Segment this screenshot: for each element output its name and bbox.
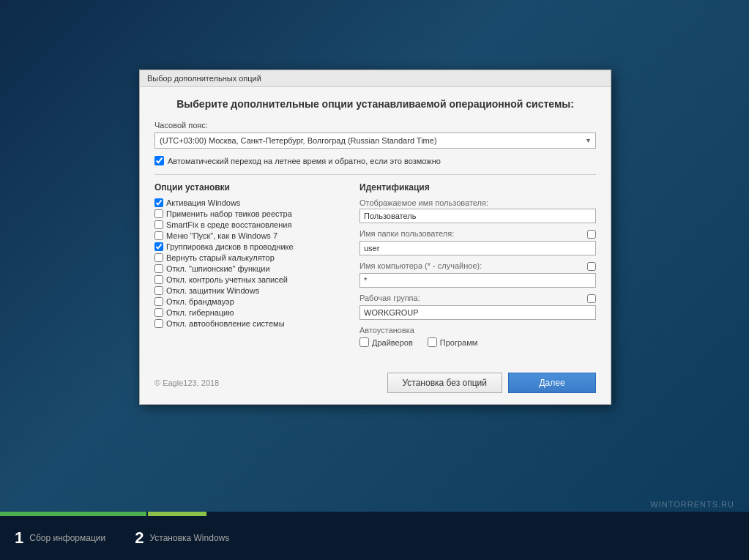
step-2-label: Установка Windows — [149, 533, 229, 543]
programs-checkbox[interactable] — [428, 337, 437, 347]
dialog-title-text: Выбор дополнительных опций — [147, 74, 261, 83]
computer-name-field: Имя компьютера (* - случайное): — [359, 261, 596, 288]
checkbox-calc[interactable] — [154, 253, 163, 262]
computer-name-label: Имя компьютера (* - случайное): — [359, 261, 584, 270]
computer-name-input[interactable] — [359, 273, 596, 288]
checkbox-startmenu[interactable] — [154, 231, 163, 240]
options-dialog: Выбор дополнительных опций Выберите допо… — [139, 70, 611, 405]
folder-name-checkbox[interactable] — [587, 230, 596, 239]
option-defender: Откл. защитник Windows — [154, 286, 345, 295]
checkbox-uac[interactable] — [154, 275, 163, 284]
timezone-select-wrapper[interactable]: (UTC+03:00) Москва, Санкт-Петербург, Вол… — [154, 132, 596, 149]
option-hibernate: Откл. гибернацию — [154, 308, 345, 317]
option-autoupdate-label: Откл. автообновление системы — [166, 319, 285, 328]
autoinstall-label: Автоустановка — [359, 326, 596, 335]
auto-dst-checkbox[interactable] — [154, 156, 164, 165]
option-uac-label: Откл. контроль учетных записей — [166, 275, 288, 284]
dialog-titlebar: Выбор дополнительных опций — [140, 70, 611, 87]
option-smartfix: SmartFix в среде восстановления — [154, 220, 345, 229]
option-activation-label: Активация Windows — [166, 198, 240, 207]
timezone-label: Часовой пояс: — [154, 121, 596, 130]
drivers-label: Драйверов — [372, 338, 413, 347]
option-activation: Активация Windows — [154, 198, 345, 207]
display-name-label: Отображаемое имя пользователя: — [359, 198, 596, 207]
timezone-select[interactable]: (UTC+03:00) Москва, Санкт-Петербург, Вол… — [154, 132, 596, 149]
auto-dst-label: Автоматический переход на летнее время и… — [168, 157, 441, 165]
checkbox-smartfix[interactable] — [154, 220, 163, 229]
option-spy-label: Откл. "шпионские" функции — [166, 264, 270, 273]
checkbox-tweaks[interactable] — [154, 209, 163, 218]
computer-name-checkbox[interactable] — [587, 262, 596, 271]
option-disks-label: Группировка дисков в проводнике — [166, 242, 294, 251]
footer-buttons: Установка без опций Далее — [387, 373, 597, 393]
checkbox-hibernate[interactable] — [154, 308, 163, 317]
dialog-footer: © Eagle123, 2018 Установка без опций Дал… — [140, 365, 611, 404]
divider — [154, 174, 596, 175]
option-disks: Группировка дисков в проводнике — [154, 242, 345, 251]
step-1: 1 Сбор информации — [15, 529, 105, 548]
left-column-header: Опции установки — [154, 182, 345, 193]
folder-name-input[interactable] — [359, 241, 596, 255]
option-firewall: Откл. брандмауэр — [154, 297, 345, 306]
left-column: Опции установки Активация Windows Примен… — [154, 182, 345, 347]
step-2: 2 Установка Windows — [135, 529, 229, 548]
checkbox-firewall[interactable] — [154, 297, 163, 306]
option-uac: Откл. контроль учетных записей — [154, 275, 345, 284]
drivers-item: Драйверов — [359, 337, 413, 347]
option-firewall-label: Откл. брандмауэр — [166, 297, 234, 306]
option-hibernate-label: Откл. гибернацию — [166, 308, 234, 317]
option-tweaks: Применить набор твиков реестра — [154, 209, 345, 218]
option-startmenu: Меню "Пуск", как в Windows 7 — [154, 231, 345, 240]
workgroup-field: Рабочая группа: — [359, 294, 596, 320]
option-calc: Вернуть старый калькулятор — [154, 253, 345, 262]
autoinstall-section: Автоустановка Драйверов Программ — [359, 326, 596, 347]
workgroup-checkbox[interactable] — [587, 294, 596, 303]
folder-name-field: Имя папки пользователя: — [359, 229, 596, 255]
checkbox-autoupdate[interactable] — [154, 319, 163, 328]
checkbox-disks[interactable] — [154, 242, 163, 251]
option-smartfix-label: SmartFix в среде восстановления — [166, 220, 291, 229]
timezone-section: Часовой пояс: (UTC+03:00) Москва, Санкт-… — [154, 121, 596, 149]
workgroup-input[interactable] — [359, 305, 596, 320]
checkbox-spy[interactable] — [154, 264, 163, 273]
option-calc-label: Вернуть старый калькулятор — [166, 253, 275, 262]
auto-dst-row: Автоматический переход на летнее время и… — [154, 156, 596, 165]
right-column-header: Идентификация — [359, 182, 596, 193]
right-column: Идентификация Отображаемое имя пользоват… — [359, 182, 596, 347]
display-name-field: Отображаемое имя пользователя: — [359, 198, 596, 223]
bottom-bar: 1 Сбор информации 2 Установка Windows — [0, 516, 749, 560]
checkbox-defender[interactable] — [154, 286, 163, 295]
programs-label: Программ — [440, 338, 478, 347]
next-button[interactable]: Далее — [508, 373, 596, 393]
option-defender-label: Откл. защитник Windows — [166, 286, 259, 295]
footer-credit: © Eagle123, 2018 — [154, 378, 219, 387]
step-1-number: 1 — [15, 529, 23, 548]
autoinstall-row: Драйверов Программ — [359, 337, 596, 347]
drivers-checkbox[interactable] — [359, 337, 369, 347]
option-tweaks-label: Применить набор твиков реестра — [166, 209, 292, 218]
watermark: WINTORRENTS.RU — [650, 500, 734, 509]
dialog-body: Выберите дополнительные опции устанавлив… — [140, 87, 611, 365]
step-1-label: Сбор информации — [29, 533, 105, 543]
option-spy: Откл. "шпионские" функции — [154, 264, 345, 273]
display-name-input[interactable] — [359, 209, 596, 223]
two-columns: Опции установки Активация Windows Примен… — [154, 182, 596, 347]
step-2-number: 2 — [135, 529, 144, 548]
no-options-button[interactable]: Установка без опций — [387, 373, 503, 393]
checkbox-activation[interactable] — [154, 198, 163, 207]
folder-name-label: Имя папки пользователя: — [359, 229, 584, 238]
option-startmenu-label: Меню "Пуск", как в Windows 7 — [166, 231, 277, 240]
option-autoupdate: Откл. автообновление системы — [154, 319, 345, 328]
programs-item: Программ — [428, 337, 478, 347]
dialog-heading: Выберите дополнительные опции устанавлив… — [154, 98, 596, 110]
workgroup-label: Рабочая группа: — [359, 294, 584, 302]
